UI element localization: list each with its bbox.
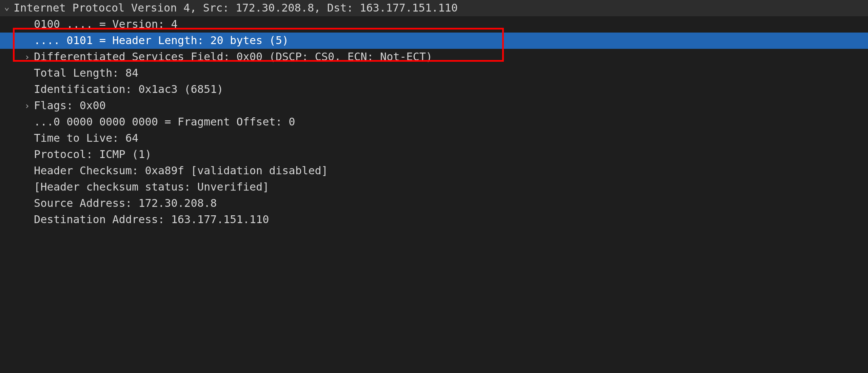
chevron-right-icon[interactable] (20, 99, 34, 112)
field-header-checksum[interactable]: Header Checksum: 0xa89f [validation disa… (0, 163, 868, 179)
spacer (20, 132, 34, 145)
ipv4-header-text: Internet Protocol Version 4, Src: 172.30… (14, 0, 458, 16)
field-header-length[interactable]: .... 0101 = Header Length: 20 bytes (5) (0, 33, 868, 49)
flags-text: Flags: 0x00 (34, 98, 106, 114)
field-identification[interactable]: Identification: 0x1ac3 (6851) (0, 81, 868, 98)
fragment-offset-text: ...0 0000 0000 0000 = Fragment Offset: 0 (34, 114, 295, 130)
spacer (20, 34, 34, 47)
field-ttl[interactable]: Time to Live: 64 (0, 130, 868, 146)
field-version[interactable]: 0100 .... = Version: 4 (0, 16, 868, 33)
dst-addr-text: Destination Address: 163.177.151.110 (34, 212, 269, 228)
spacer (20, 213, 34, 226)
field-dst-addr[interactable]: Destination Address: 163.177.151.110 (0, 212, 868, 228)
header-checksum-text: Header Checksum: 0xa89f [validation disa… (34, 163, 328, 179)
ttl-text: Time to Live: 64 (34, 130, 138, 146)
spacer (20, 164, 34, 177)
chevron-down-icon[interactable] (0, 2, 14, 15)
packet-details-tree: Internet Protocol Version 4, Src: 172.30… (0, 0, 868, 228)
spacer (20, 116, 34, 129)
spacer (20, 67, 34, 80)
checksum-status-text: [Header checksum status: Unverified] (34, 179, 269, 195)
field-flags[interactable]: Flags: 0x00 (0, 98, 868, 114)
dsf-text: Differentiated Services Field: 0x00 (DSC… (34, 49, 432, 65)
spacer (20, 18, 34, 31)
spacer (20, 197, 34, 210)
field-total-length[interactable]: Total Length: 84 (0, 65, 868, 81)
protocol-text: Protocol: ICMP (1) (34, 146, 152, 162)
field-dsf[interactable]: Differentiated Services Field: 0x00 (DSC… (0, 49, 868, 65)
field-fragment-offset[interactable]: ...0 0000 0000 0000 = Fragment Offset: 0 (0, 114, 868, 130)
identification-text: Identification: 0x1ac3 (6851) (34, 81, 223, 97)
spacer (20, 181, 34, 194)
src-addr-text: Source Address: 172.30.208.8 (34, 195, 217, 211)
ipv4-header-row[interactable]: Internet Protocol Version 4, Src: 172.30… (0, 0, 868, 16)
spacer (20, 83, 34, 96)
chevron-right-icon[interactable] (20, 51, 34, 63)
header-length-text: .... 0101 = Header Length: 20 bytes (5) (34, 33, 289, 48)
total-length-text: Total Length: 84 (34, 65, 138, 81)
field-protocol[interactable]: Protocol: ICMP (1) (0, 146, 868, 163)
field-src-addr[interactable]: Source Address: 172.30.208.8 (0, 195, 868, 212)
spacer (20, 148, 34, 161)
field-checksum-status[interactable]: [Header checksum status: Unverified] (0, 179, 868, 195)
version-text: 0100 .... = Version: 4 (34, 16, 178, 32)
